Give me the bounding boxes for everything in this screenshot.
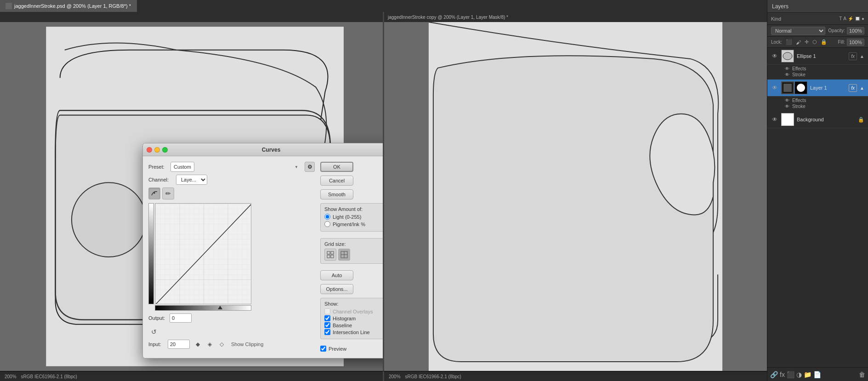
cancel-button[interactable]: Cancel xyxy=(320,176,353,186)
auto-button[interactable]: Auto xyxy=(320,270,353,280)
layer1-expand-icon[interactable]: ▲ xyxy=(860,85,864,91)
input-input[interactable] xyxy=(168,340,190,349)
layers-mode-row: Normal Opacity: xyxy=(767,25,868,37)
preset-label: Preset: xyxy=(148,164,167,170)
ellipse1-fx-badge[interactable]: fx xyxy=(849,52,857,60)
horizontal-gradient-bar xyxy=(155,305,251,311)
background-visibility-eye[interactable]: 👁 xyxy=(771,116,778,123)
small-grid-button[interactable] xyxy=(324,249,336,261)
effects-eye-icon[interactable]: 👁 xyxy=(785,66,790,71)
filter-icon-1[interactable]: T xyxy=(839,16,842,21)
layers-title-text: Layers xyxy=(772,3,789,10)
left-document-tab[interactable]: jaggedInnerStroke.psd @ 200% (Layer 1, R… xyxy=(0,0,137,12)
ok-button[interactable]: OK xyxy=(320,162,353,172)
blend-mode-select[interactable]: Normal xyxy=(771,27,825,35)
preview-checkbox[interactable] xyxy=(320,346,326,352)
preset-gear-button[interactable]: ⚙ xyxy=(305,162,315,172)
dialog-close-button[interactable] xyxy=(147,147,152,153)
layer-item-background[interactable]: 👁 Background 🔒 xyxy=(767,111,868,128)
large-grid-button[interactable] xyxy=(338,249,350,261)
ellipse1-expand-icon[interactable]: ▲ xyxy=(860,54,864,59)
options-button[interactable]: Options... xyxy=(320,284,353,294)
layers-list: 👁 Ellipse 1 fx ▲ 👁 Effects xyxy=(767,48,868,367)
input-label: Input: xyxy=(148,341,165,347)
opacity-input[interactable] xyxy=(847,27,864,34)
light-radio[interactable] xyxy=(324,214,330,220)
vertical-gradient-bar xyxy=(148,203,154,304)
filter-icon-2[interactable]: A xyxy=(843,16,846,21)
lock-pixels-icon[interactable]: 🖌 xyxy=(796,40,801,45)
svg-point-2 xyxy=(154,193,155,194)
output-row: Output: xyxy=(148,313,315,323)
dialog-minimize-button[interactable] xyxy=(154,147,160,153)
grid-icons xyxy=(324,249,384,261)
layer-item-layer1[interactable]: 👁 xyxy=(767,80,868,97)
layer1-stroke-eye[interactable]: 👁 xyxy=(785,104,790,109)
right-zoom-level: 200% xyxy=(389,374,401,379)
delete-layer-button[interactable]: 🗑 xyxy=(859,371,865,378)
fill-input[interactable] xyxy=(847,39,864,46)
lock-artboard-icon[interactable]: ⬡ xyxy=(812,39,817,45)
histogram-checkbox[interactable] xyxy=(324,315,330,321)
lock-transparent-icon[interactable]: ⬛ xyxy=(786,39,792,45)
filter-toggle[interactable]: ● xyxy=(862,16,864,21)
baseline-checkbox[interactable] xyxy=(324,322,330,328)
filter-icon-3[interactable]: ⚡ xyxy=(848,16,853,21)
link-layers-button[interactable]: 🔗 xyxy=(770,371,778,378)
curves-graph-svg xyxy=(155,204,251,304)
layer1-effects-eye[interactable]: 👁 xyxy=(785,98,790,103)
svg-rect-17 xyxy=(783,84,792,92)
ellipse1-effects-label: 👁 Effects xyxy=(785,66,864,72)
new-layer-button[interactable]: 📄 xyxy=(813,371,821,378)
intersection-line-checkbox[interactable] xyxy=(324,329,330,335)
layer-item-ellipse1[interactable]: 👁 Ellipse 1 fx ▲ xyxy=(767,48,868,65)
shadow-slider[interactable] xyxy=(199,306,203,309)
stroke-eye-icon[interactable]: 👁 xyxy=(785,72,790,77)
add-style-button[interactable]: fx xyxy=(780,371,785,378)
channel-select[interactable]: Laye... xyxy=(176,175,207,185)
curves-graph[interactable] xyxy=(155,203,251,304)
layer1-thumbnails xyxy=(781,81,807,94)
svg-point-1 xyxy=(72,182,146,257)
layer1-visibility-eye[interactable]: 👁 xyxy=(771,84,778,91)
filter-icon-4[interactable]: 🔲 xyxy=(855,16,860,21)
new-group-button[interactable]: 📁 xyxy=(804,371,811,378)
add-adjustment-button[interactable]: ◑ xyxy=(796,371,802,378)
right-canvas-shapes xyxy=(384,22,767,371)
fill-row: Fill: xyxy=(838,39,864,46)
background-thumbnail xyxy=(781,113,794,126)
ellipse1-visibility-eye[interactable]: 👁 xyxy=(771,52,778,60)
layer1-effects: 👁 Effects 👁 Stroke xyxy=(767,97,868,111)
reset-button[interactable]: ↺ xyxy=(148,326,159,337)
channel-overlays-label: Channel Overlays xyxy=(333,309,373,314)
channel-overlays-checkbox[interactable] xyxy=(324,308,330,314)
right-canvas: jaggedInnerStroke copy @ 200% (Layer 1, … xyxy=(384,12,767,371)
pencil-tool-button[interactable]: ✏ xyxy=(162,188,174,199)
layer1-stroke-effect[interactable]: 👁 Stroke xyxy=(785,103,864,109)
curve-tool-button[interactable] xyxy=(148,188,160,199)
add-mask-button[interactable]: ⬛ xyxy=(787,371,794,378)
sample-highlight-button[interactable]: ◇ xyxy=(216,339,227,349)
ellipse1-stroke-effect[interactable]: 👁 Stroke xyxy=(785,72,864,78)
sample-shadow-button[interactable]: ◆ xyxy=(193,339,203,349)
smooth-button[interactable]: Smooth xyxy=(320,189,353,199)
sample-midtone-button[interactable]: ◈ xyxy=(204,339,215,349)
dialog-maximize-button[interactable] xyxy=(162,147,168,153)
layer1-fx-badge[interactable]: fx xyxy=(849,84,857,92)
intersection-line-row: Intersection Line xyxy=(324,329,384,335)
pigment-radio[interactable] xyxy=(324,221,330,227)
highlight-slider[interactable] xyxy=(218,306,222,309)
svg-rect-8 xyxy=(331,251,334,254)
kind-label: Kind xyxy=(771,16,781,22)
show-title: Show: xyxy=(324,301,384,307)
lock-position-icon[interactable]: ✛ xyxy=(805,39,809,45)
show-clipping-button[interactable]: Show Clipping xyxy=(229,341,265,348)
channel-label: Channel: xyxy=(148,177,172,182)
lock-all-icon[interactable]: 🔒 xyxy=(821,39,827,45)
fill-label: Fill: xyxy=(838,40,845,45)
preset-select[interactable]: Custom xyxy=(170,162,194,172)
output-input[interactable] xyxy=(170,313,192,323)
layers-panel: Layers Kind T A ⚡ 🔲 ● Normal Opacity: xyxy=(767,0,868,381)
background-lock-icon: 🔒 xyxy=(858,117,864,123)
input-row: Input: ◆ ◈ ◇ Show Clipping xyxy=(148,339,315,349)
